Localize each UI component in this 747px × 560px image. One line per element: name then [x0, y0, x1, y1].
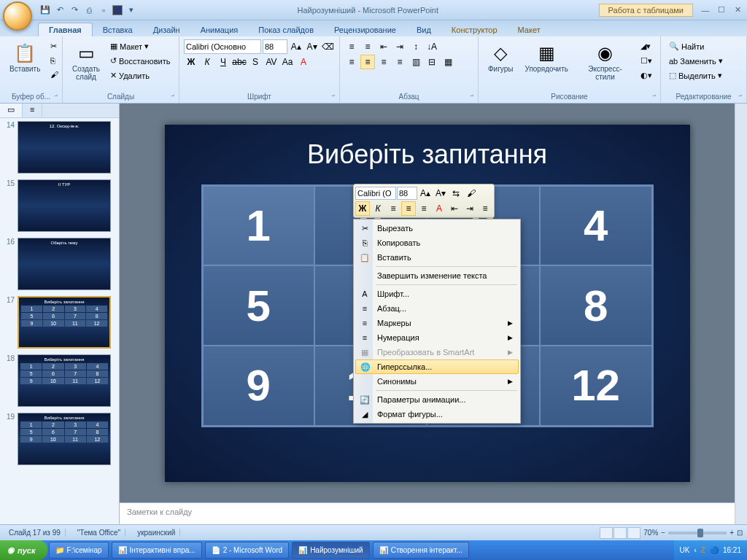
find-button[interactable]: 🔍 Найти [665, 39, 727, 53]
vertical-scrollbar[interactable] [735, 104, 747, 524]
close-button[interactable]: ✕ [731, 4, 744, 16]
start-button[interactable]: ◉пуск [0, 540, 47, 560]
shapes-button[interactable]: ◇Фигуры [483, 39, 518, 75]
clear-format-button[interactable]: ⌫ [320, 39, 335, 54]
align-right-button[interactable]: ≡ [376, 55, 391, 69]
slideshow-view-button[interactable] [627, 527, 640, 539]
ctx-synonyms[interactable]: Синонимы▶ [355, 374, 519, 389]
ctx-font[interactable]: AШрифт... [355, 287, 519, 301]
strike-button[interactable]: abc [232, 55, 247, 69]
mini-bold[interactable]: Ж [355, 201, 370, 216]
italic-button[interactable]: К [200, 55, 214, 69]
shape-outline-button[interactable]: ☐▾ [637, 54, 656, 68]
new-icon[interactable]: ▫ [98, 4, 109, 16]
cell-1[interactable]: 1 [202, 185, 314, 265]
shape-fill-button[interactable]: ◢▾ [637, 39, 656, 53]
ctx-bullets[interactable]: ≡Маркеры▶ [355, 316, 519, 330]
mini-align-center[interactable]: ≡ [401, 201, 416, 216]
language-status[interactable]: украинский [133, 529, 180, 537]
tab-review[interactable]: Рецензирование [324, 23, 406, 36]
tab-view[interactable]: Вид [406, 23, 441, 36]
paste-button[interactable]: 📋Вставить [4, 39, 45, 75]
cell-9[interactable]: 9 [202, 346, 314, 426]
slide-title[interactable]: Виберіть запитання [179, 139, 676, 170]
font-name-select[interactable] [184, 39, 261, 54]
zoom-level[interactable]: 70% [643, 529, 658, 537]
ctx-hyperlink[interactable]: 🌐Гиперссылка... [355, 359, 519, 374]
grow-font-button[interactable]: A▴ [289, 39, 303, 54]
ctx-paste[interactable]: 📋Вставить [355, 250, 519, 265]
mini-indent-dec[interactable]: ⇤ [447, 201, 462, 216]
tab-table-design[interactable]: Конструктор [441, 23, 508, 36]
ctx-paragraph[interactable]: ≡Абзац... [355, 301, 519, 316]
mini-font-color[interactable]: A [432, 201, 446, 216]
mini-align-right[interactable]: ≡ [417, 201, 431, 216]
task-app1[interactable]: 📊 Інтерактивні впра... [112, 542, 202, 559]
sorter-view-button[interactable] [614, 527, 627, 539]
task-explorer[interactable]: 📁 F:\семінар [49, 542, 109, 559]
normal-view-button[interactable] [600, 527, 613, 539]
columns-button[interactable]: ▥ [409, 55, 423, 69]
select-button[interactable]: ⬚ Выделить ▾ [665, 69, 727, 82]
qat-more-icon[interactable]: ▾ [125, 4, 137, 16]
font-color-button[interactable]: A [296, 55, 311, 69]
new-slide-button[interactable]: ▭Создать слайд [67, 39, 105, 83]
spacing-button[interactable]: AV [264, 55, 279, 69]
thumb-14[interactable]: 1412. Оксид-ів-а: [0, 118, 119, 176]
thumb-17[interactable]: 17Виберіть запитання123456789101112 [0, 293, 119, 351]
justify-button[interactable]: ≡ [392, 55, 407, 69]
maximize-button[interactable]: ☐ [715, 4, 728, 16]
font-size-select[interactable] [263, 39, 287, 54]
arrange-button[interactable]: ▦Упорядочить [519, 39, 573, 75]
ctx-format-shape[interactable]: ◢Формат фигуры... [355, 407, 519, 421]
mini-bullets[interactable]: ≡ [478, 201, 492, 216]
minimize-button[interactable]: — [699, 4, 712, 16]
ctx-copy[interactable]: ⎘Копировать [355, 236, 519, 250]
thumb-18[interactable]: 18Виберіть запитання123456789101112 [0, 351, 119, 410]
thumb-19[interactable]: 19Виберіть запитання123456789101112 [0, 410, 119, 468]
line-spacing-button[interactable]: ↕ [409, 39, 423, 54]
delete-slide-button[interactable]: ✕ Удалить [107, 69, 174, 82]
layout-button[interactable]: ▦ Макет ▾ [107, 39, 174, 53]
tab-insert[interactable]: Вставка [93, 23, 143, 36]
copy-button[interactable]: ⎘ [47, 54, 62, 67]
shadow-button[interactable]: S [248, 55, 263, 69]
text-direction-button[interactable]: ↓A [425, 39, 439, 54]
print-icon[interactable]: ⎙ [83, 4, 95, 16]
ctx-cut[interactable]: ✂Вырезать [355, 221, 519, 236]
underline-button[interactable]: Ч [216, 55, 231, 69]
save-icon[interactable]: 💾 [39, 4, 51, 16]
office-button[interactable] [3, 1, 32, 31]
redo-icon[interactable]: ↷ [69, 4, 80, 16]
zoom-out-button[interactable]: − [661, 529, 665, 537]
tray-icon1[interactable]: ‹ [694, 546, 697, 554]
mini-shrink-font[interactable]: A▾ [433, 186, 448, 201]
task-powerpoint[interactable]: 📊 Найрозумніший [292, 542, 370, 559]
tray-lang[interactable]: UK [680, 546, 690, 554]
mini-change-case[interactable]: ⇆ [449, 186, 463, 201]
fit-button[interactable]: ⊡ [737, 529, 743, 537]
format-painter-button[interactable]: 🖌 [47, 68, 62, 81]
thumb-16[interactable]: 16Оберіть тему [0, 235, 119, 293]
mini-italic[interactable]: К [371, 201, 385, 216]
align-left-button[interactable]: ≡ [344, 55, 359, 69]
mini-format-painter[interactable]: 🖌 [464, 186, 479, 201]
zoom-in-button[interactable]: + [729, 529, 734, 537]
tray-clock[interactable]: 16:21 [723, 546, 741, 554]
task-word[interactable]: 📄 2 - Microsoft Word [205, 542, 290, 559]
tab-design[interactable]: Дизайн [143, 23, 190, 36]
indent-dec-button[interactable]: ⇤ [376, 39, 391, 54]
mini-grow-font[interactable]: A▴ [418, 186, 433, 201]
indent-inc-button[interactable]: ⇥ [392, 39, 407, 54]
shrink-font-button[interactable]: A▾ [305, 39, 320, 54]
task-app2[interactable]: 📊 Створення інтеракт... [373, 542, 469, 559]
shape-effects-button[interactable]: ◐▾ [637, 69, 656, 82]
replace-button[interactable]: ab Заменить ▾ [665, 54, 727, 68]
tray-icon3[interactable]: 🔵 [710, 546, 719, 554]
cell-8[interactable]: 8 [540, 265, 652, 346]
cell-4[interactable]: 4 [540, 185, 652, 265]
bullets-button[interactable]: ≡ [344, 39, 359, 54]
mini-align-left[interactable]: ≡ [386, 201, 400, 216]
cell-5[interactable]: 5 [202, 265, 314, 346]
align-text-button[interactable]: ⊟ [425, 55, 439, 69]
